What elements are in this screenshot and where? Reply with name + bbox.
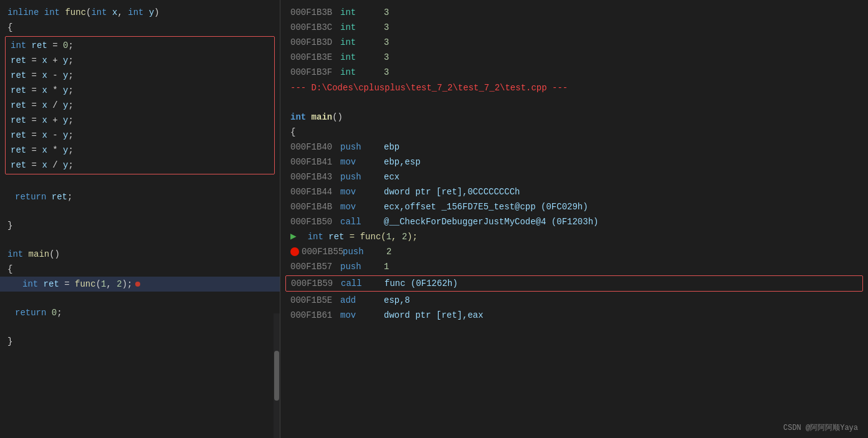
blank-5: [0, 320, 280, 334]
op-minus1: -: [47, 69, 63, 82]
eq8: =: [26, 143, 42, 157]
disasm-row-1b5e: 000F1B5E add esp,8: [280, 293, 868, 308]
op-ecx-offset: ecx,offset _156FD7E5_test@cpp (0FC029h): [384, 200, 588, 214]
kw-int-ret: int: [11, 39, 32, 52]
semi7: ;: [68, 128, 73, 142]
var-ret-7: ret: [11, 128, 26, 142]
disasm-row-1b59-bordered: 000F1B59 call func (0F1262h): [285, 275, 863, 292]
addr-2: 000F1B3C: [290, 21, 340, 34]
disasm-row-1b61: 000F1B61 mov dword ptr [ret],eax: [280, 308, 868, 323]
left-code-panel: inline int func(int x, int y) { int ret …: [0, 0, 280, 438]
kw-return: return: [15, 190, 52, 204]
semi1: ;: [68, 39, 73, 52]
paren-open: (: [86, 6, 91, 19]
x2: x: [42, 69, 47, 82]
main-parens: (): [49, 247, 60, 261]
var-ret-4: ret: [11, 83, 26, 97]
x4: x: [42, 98, 47, 112]
kw-int-main: int: [7, 247, 29, 261]
eq-arrow: =: [344, 230, 360, 244]
type-4: int: [340, 50, 384, 64]
code-line-ret-sub2: ret = x - y;: [8, 128, 272, 143]
left-scrollbar[interactable]: [274, 313, 280, 438]
arg2-arrow: 2: [402, 230, 407, 244]
instr-mov1: mov: [340, 155, 384, 169]
code-line-return-ret: return ret;: [0, 189, 280, 204]
var-ret-3: ret: [11, 69, 26, 82]
paren-close: ): [154, 6, 159, 19]
left-scrollbar-thumb[interactable]: [274, 351, 279, 401]
disasm-top-row-4: 000F1B3E int 3: [280, 50, 868, 65]
breakpoint-marker-left: [135, 282, 140, 287]
instr-add: add: [340, 293, 384, 307]
var-ret-5: ret: [11, 98, 26, 112]
type-5: int: [340, 65, 384, 79]
eq3: =: [26, 69, 42, 82]
type-1: int: [340, 6, 384, 19]
param-y: y: [149, 6, 154, 19]
num-5: 3: [384, 65, 389, 79]
x6: x: [42, 128, 47, 142]
addr-1b50: 000F1B50: [290, 215, 340, 229]
var-ret-9: ret: [11, 158, 26, 172]
kw-int: int: [44, 6, 65, 19]
op-checkdebugger: @__CheckForDebuggerJustMyCode@4 (0F1203h…: [384, 215, 598, 229]
x7: x: [42, 143, 47, 157]
y3: y: [63, 83, 68, 97]
code-line-ret-div1: ret = x / y;: [8, 98, 272, 113]
blank-1: [0, 176, 280, 189]
watermark: CSDN @阿阿阿顺Yaya: [783, 422, 858, 433]
blank-4: [0, 292, 280, 305]
y5: y: [63, 113, 68, 127]
eq9: =: [26, 158, 42, 172]
disasm-row-1b57: 000F1B57 push 1: [280, 259, 868, 274]
ret-val: ret: [52, 190, 67, 204]
arg1-arrow: 1: [386, 230, 391, 244]
op-mul2: *: [47, 143, 63, 157]
var-ret-2: ret: [11, 54, 26, 67]
addr-1b44: 000F1B44: [290, 185, 340, 199]
semi9: ;: [68, 158, 73, 172]
right-disasm-panel: 000F1B3B int 3 000F1B3C int 3 000F1B3D i…: [280, 0, 868, 438]
code-line-func-header: inline int func(int x, int y): [0, 5, 280, 20]
addr-1b40: 000F1B40: [290, 140, 340, 154]
func-name-func: func: [65, 6, 86, 19]
instr-push1: push: [340, 140, 384, 154]
y4: y: [63, 98, 68, 112]
op-func-addr: func (0F1262h): [384, 277, 458, 290]
var-ret-6: ret: [11, 113, 26, 127]
func-name-main: main: [29, 247, 50, 261]
code-line-int-ret-func: int ret = func(1, 2);: [0, 277, 280, 292]
op-ebp-esp: ebp,esp: [384, 155, 421, 169]
addr-4: 000F1B3E: [290, 50, 340, 64]
close-brace2-text: }: [7, 335, 12, 348]
disasm-arrow-line: ▶ int ret = func ( 1 , 2 );: [280, 229, 868, 244]
instr-push2: push: [340, 170, 384, 184]
code-line-ret-mul2: ret = x * y;: [8, 143, 272, 158]
call-close: );: [122, 277, 133, 291]
kw-int-arrow: int: [302, 230, 328, 244]
close-brace1-text: }: [7, 219, 12, 232]
op-2: 2: [386, 245, 391, 259]
main-parens-r: (): [332, 110, 343, 124]
y1: y: [63, 54, 68, 67]
disasm-top-row-1: 000F1B3B int 3: [280, 5, 868, 20]
instr-push4: push: [340, 260, 384, 274]
file-separator: --- D:\Codes\cplusplus\test_7_2\test_7_2…: [280, 80, 868, 96]
semi-main: ;: [57, 306, 62, 320]
arg1: 1: [101, 277, 106, 291]
disasm-row-1b50: 000F1B50 call @__CheckForDebuggerJustMyC…: [280, 214, 868, 229]
op-div2: /: [47, 158, 63, 172]
call-close-arrow: );: [407, 230, 417, 244]
x1: x: [42, 54, 47, 67]
var-ret-main: ret: [44, 277, 59, 291]
code-line-main-brace: {: [0, 262, 280, 277]
arg2: 2: [117, 277, 122, 291]
blank-2: [0, 204, 280, 218]
blank-3: [0, 233, 280, 247]
call-open-arrow: (: [381, 230, 386, 244]
eq2: =: [26, 54, 42, 67]
y8: y: [63, 158, 68, 172]
op-ebp: ebp: [384, 140, 399, 154]
addr-1b61: 000F1B61: [290, 308, 340, 322]
